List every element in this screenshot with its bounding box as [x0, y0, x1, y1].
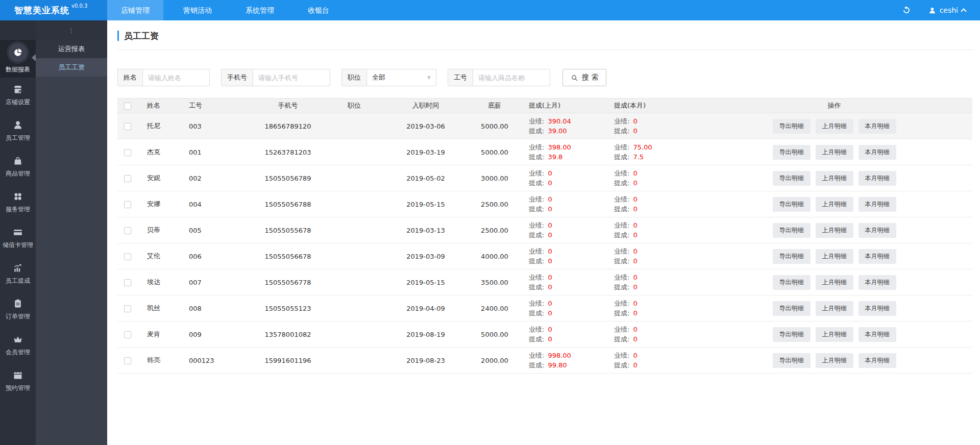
row-checkbox[interactable] — [124, 201, 131, 208]
table-body: 托尼003186567891202019-03-065000.00业绩:390.… — [117, 113, 972, 374]
cell-name: 安娜 — [138, 191, 185, 217]
this-month-detail-button[interactable]: 本月明细 — [859, 327, 896, 342]
sidebar-item[interactable]: 数据报表 — [0, 40, 36, 78]
row-checkbox[interactable] — [124, 149, 131, 156]
commission-value: 0 — [548, 308, 552, 318]
commission-label: 提成: — [614, 256, 629, 266]
commission-cell: 业绩:0提成:0 — [607, 348, 696, 374]
row-checkbox[interactable] — [124, 331, 131, 338]
sidebar-item[interactable]: 商品管理 — [0, 149, 36, 185]
export-detail-button[interactable]: 导出明细 — [773, 119, 811, 134]
refresh-icon[interactable] — [902, 6, 911, 15]
export-detail-button[interactable]: 导出明细 — [773, 171, 811, 186]
row-checkbox[interactable] — [124, 123, 131, 130]
cell-hire-date: 2019-05-02 — [380, 165, 472, 191]
cell-hire-date: 2019-03-09 — [380, 243, 472, 269]
row-checkbox-cell — [117, 243, 138, 269]
row-checkbox-cell — [117, 348, 138, 374]
row-checkbox[interactable] — [124, 175, 131, 182]
this-month-detail-button[interactable]: 本月明细 — [859, 145, 896, 160]
row-checkbox[interactable] — [124, 279, 131, 286]
row-checkbox[interactable] — [124, 305, 131, 312]
row-checkbox[interactable] — [124, 227, 131, 234]
this-month-detail-button[interactable]: 本月明细 — [859, 171, 896, 186]
commission-label: 提成: — [614, 204, 629, 214]
sidebar-item[interactable]: 会员管理 — [0, 328, 36, 363]
table-row: 凯丝008150550551232019-04-092400.00业绩:0提成:… — [117, 295, 972, 322]
commission-value: 0 — [548, 246, 552, 256]
sidebar-item-label: 员工提成 — [6, 277, 30, 285]
cell-employee-id: 009 — [185, 322, 247, 348]
commission-label: 业绩: — [529, 351, 544, 360]
cell-base-salary: 3000.00 — [472, 165, 518, 191]
export-detail-button[interactable]: 导出明细 — [773, 145, 811, 160]
select-value: 全部 — [372, 73, 385, 82]
commission-cell: 业绩:0提成:0 — [607, 165, 696, 191]
last-month-detail-button[interactable]: 上月明细 — [816, 353, 853, 368]
this-month-detail-button[interactable]: 本月明细 — [859, 119, 896, 134]
table-row: 埃达007150550567782019-05-153500.00业绩:0提成:… — [117, 269, 972, 295]
cell-position — [329, 348, 380, 374]
last-month-detail-button[interactable]: 上月明细 — [816, 301, 853, 316]
cell-base-salary: 5000.00 — [472, 139, 518, 165]
sidebar-item[interactable]: 店铺设置 — [0, 78, 36, 113]
nav-tab[interactable]: 收银台 — [294, 0, 343, 20]
sidebar-item[interactable]: 服务管理 — [0, 185, 36, 220]
sidebar-collapse-toggle[interactable]: ⋮ — [36, 20, 107, 40]
app-logo: 智慧美业系统 v0.0.3 — [0, 0, 107, 20]
actions-cell: 导出明细上月明细本月明细 — [696, 269, 972, 295]
export-detail-button[interactable]: 导出明细 — [773, 223, 811, 238]
this-month-detail-button[interactable]: 本月明细 — [859, 197, 896, 212]
sidebar-item-label: 数据报表 — [6, 65, 30, 74]
position-select[interactable]: 全部▼ — [367, 69, 436, 86]
submenu-item[interactable]: 员工工资 — [36, 58, 107, 77]
nav-tab[interactable]: 系统管理 — [232, 0, 288, 20]
submenu-item[interactable]: 运营报表 — [36, 40, 107, 58]
actions-cell: 导出明细上月明细本月明细 — [696, 113, 972, 139]
last-month-detail-button[interactable]: 上月明细 — [816, 145, 853, 160]
this-month-detail-button[interactable]: 本月明细 — [859, 353, 896, 368]
this-month-detail-button[interactable]: 本月明细 — [859, 275, 896, 290]
cell-hire-date: 2019-08-23 — [380, 348, 472, 374]
export-detail-button[interactable]: 导出明细 — [773, 275, 811, 290]
cell-employee-id: 003 — [185, 113, 247, 139]
select-all-checkbox[interactable] — [124, 103, 131, 110]
this-month-detail-button[interactable]: 本月明细 — [859, 223, 896, 238]
services-grid-icon — [13, 191, 23, 202]
commission-label: 业绩: — [614, 168, 629, 178]
sidebar-item[interactable]: 储值卡管理 — [0, 220, 36, 256]
commission-label: 业绩: — [529, 116, 544, 126]
nav-tab[interactable]: 店铺管理 — [107, 0, 163, 20]
export-detail-button[interactable]: 导出明细 — [773, 301, 811, 316]
export-detail-button[interactable]: 导出明细 — [773, 327, 811, 342]
last-month-detail-button[interactable]: 上月明细 — [816, 275, 853, 290]
cell-hire-date: 2019-03-19 — [380, 139, 472, 165]
nav-tab[interactable]: 营销活动 — [169, 0, 226, 20]
sidebar-item[interactable]: 预约管理 — [0, 363, 36, 399]
search-button[interactable]: 搜 索 — [562, 69, 606, 86]
export-detail-button[interactable]: 导出明细 — [773, 353, 811, 368]
last-month-detail-button[interactable]: 上月明细 — [816, 249, 853, 264]
search-input[interactable] — [143, 69, 209, 86]
export-detail-button[interactable]: 导出明细 — [773, 197, 811, 212]
cell-base-salary: 4000.00 — [472, 243, 518, 269]
last-month-detail-button[interactable]: 上月明细 — [816, 171, 853, 186]
sidebar-item[interactable]: 员工提成 — [0, 256, 36, 292]
this-month-detail-button[interactable]: 本月明细 — [859, 301, 896, 316]
user-menu[interactable]: ceshi — [928, 6, 966, 14]
row-checkbox[interactable] — [124, 357, 131, 364]
search-input[interactable] — [253, 69, 330, 86]
cell-phone: 15055055123 — [247, 295, 329, 322]
cell-employee-id: 004 — [185, 191, 247, 217]
export-detail-button[interactable]: 导出明细 — [773, 249, 811, 264]
commission-cell: 业绩:0提成:0 — [607, 243, 696, 269]
sidebar-item[interactable]: 订单管理 — [0, 292, 36, 328]
last-month-detail-button[interactable]: 上月明细 — [816, 327, 853, 342]
sidebar-item[interactable]: 员工管理 — [0, 113, 36, 149]
last-month-detail-button[interactable]: 上月明细 — [816, 197, 853, 212]
this-month-detail-button[interactable]: 本月明细 — [859, 249, 896, 264]
row-checkbox[interactable] — [124, 253, 131, 260]
search-input[interactable] — [473, 69, 550, 86]
last-month-detail-button[interactable]: 上月明细 — [816, 223, 853, 238]
last-month-detail-button[interactable]: 上月明细 — [816, 119, 853, 134]
